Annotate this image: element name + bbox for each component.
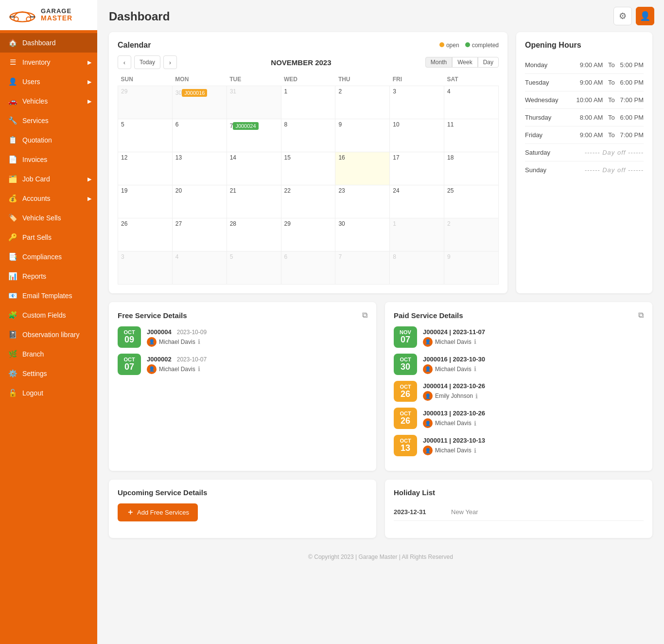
cal-cell-w2d2[interactable]: 14 [227, 152, 281, 185]
free-service-ext-link[interactable]: ⧉ [362, 311, 367, 320]
sidebar-item-part-sells[interactable]: 🔑 Part Sells [0, 228, 97, 247]
cal-cell-w0d4[interactable]: 2 [335, 86, 390, 119]
cal-cell-w2d6[interactable]: 18 [444, 152, 499, 185]
cal-prev-btn[interactable]: ‹ [118, 55, 131, 69]
cal-cell-w2d0[interactable]: 12 [118, 152, 173, 185]
sidebar-item-services[interactable]: 🔧 Services [0, 111, 97, 130]
cal-event-J000024[interactable]: J000024 [233, 122, 258, 130]
cal-cell-w4d0[interactable]: 26 [118, 218, 173, 251]
sidebar-item-accounts[interactable]: 💰 Accounts ▶ [0, 189, 97, 208]
cal-cell-w1d5[interactable]: 10 [390, 119, 444, 152]
cal-cell-w3d1[interactable]: 20 [172, 185, 227, 218]
cal-cell-w1d1[interactable]: 6 [172, 119, 227, 152]
sidebar-item-users[interactable]: 👤 Users ▶ [0, 72, 97, 91]
cal-day-num: 23 [338, 187, 345, 194]
cal-week-view-btn[interactable]: Week [452, 57, 477, 68]
cal-cell-w3d2[interactable]: 21 [227, 185, 281, 218]
oh-day: Saturday [525, 149, 561, 156]
cal-next-btn[interactable]: › [163, 55, 177, 69]
sidebar-item-inventory[interactable]: ☰ Inventory ▶ [0, 53, 97, 72]
nav-icon-branch: 🌿 [8, 350, 17, 358]
nav-label-users: Users [22, 78, 40, 86]
cal-day-num: 1 [284, 88, 288, 95]
cal-cell-w4d1[interactable]: 27 [172, 218, 227, 251]
cal-cell-w4d2[interactable]: 28 [227, 218, 281, 251]
cal-cell-w5d0[interactable]: 3 [118, 251, 173, 285]
cal-month-view-btn[interactable]: Month [425, 57, 452, 68]
service-id-date: J000002 2023-10-07 [147, 355, 367, 363]
cal-cell-w1d2[interactable]: 7J000024 [227, 119, 281, 152]
cal-cell-w4d3[interactable]: 29 [281, 218, 335, 251]
cal-cell-w0d3[interactable]: 1 [281, 86, 335, 119]
cal-cell-w4d6[interactable]: 2 [444, 218, 499, 251]
sidebar-item-custom-fields[interactable]: 🧩 Custom Fields [0, 305, 97, 325]
sidebar-item-vehicle-sells[interactable]: 🏷️ Vehicle Sells [0, 208, 97, 228]
cal-cell-w0d6[interactable]: 4 [444, 86, 499, 119]
nav-icon-part-sells: 🔑 [8, 233, 17, 242]
service-item-J000004[interactable]: Oct 09 J000004 2023-10-09 👤 Michael Davi… [118, 326, 367, 348]
nav-icon-logout: 🔓 [8, 389, 17, 397]
cal-cell-w0d0[interactable]: 29 [118, 86, 173, 119]
info-icon: ℹ [474, 338, 476, 345]
cal-day-view-btn[interactable]: Day [478, 57, 499, 68]
cal-cell-w3d5[interactable]: 24 [390, 185, 444, 218]
cal-cell-w5d3[interactable]: 6 [281, 251, 335, 285]
cal-event-J000016[interactable]: J000016 [182, 89, 207, 97]
cal-cell-w0d2[interactable]: 31 [227, 86, 281, 119]
cal-today-btn[interactable]: Today [134, 55, 160, 69]
cal-cell-w1d0[interactable]: 5 [118, 119, 173, 152]
nav-label-quotation: Quotation [22, 136, 52, 144]
service-item-J000014[interactable]: Oct 26 J000014 | 2023-10-26 👤 Emily John… [394, 381, 644, 402]
cal-cell-w2d1[interactable]: 13 [172, 152, 227, 185]
cal-cell-w1d6[interactable]: 11 [444, 119, 499, 152]
cal-cell-w2d4[interactable]: 16 [335, 152, 390, 185]
user-name: Michael Davis [435, 420, 472, 427]
cal-cell-w3d0[interactable]: 19 [118, 185, 173, 218]
info-icon: ℹ [475, 393, 478, 400]
cal-cell-w4d4[interactable]: 30 [335, 218, 390, 251]
cal-cell-w3d6[interactable]: 25 [444, 185, 499, 218]
settings-icon-btn[interactable]: ⚙ [613, 7, 632, 25]
cal-cell-w5d6[interactable]: 9 [444, 251, 499, 285]
service-item-J000016[interactable]: Oct 30 J000016 | 2023-10-30 👤 Michael Da… [394, 354, 644, 375]
service-item-J000002[interactable]: Oct 07 J000002 2023-10-07 👤 Michael Davi… [118, 354, 367, 375]
service-item-J000013[interactable]: Oct 26 J000013 | 2023-10-26 👤 Michael Da… [394, 408, 644, 429]
cal-cell-w5d4[interactable]: 7 [335, 251, 390, 285]
cal-cell-w3d4[interactable]: 23 [335, 185, 390, 218]
nav-icon-invoices: 📄 [8, 155, 17, 164]
cal-cell-w2d5[interactable]: 17 [390, 152, 444, 185]
sidebar-item-branch[interactable]: 🌿 Branch [0, 344, 97, 364]
cal-cell-w3d3[interactable]: 22 [281, 185, 335, 218]
sidebar-item-quotation[interactable]: 📋 Quotation [0, 130, 97, 150]
sidebar-item-dashboard[interactable]: 🏠 Dashboard [0, 33, 97, 53]
service-id-date: J000004 2023-10-09 [147, 327, 367, 336]
user-icon-btn[interactable]: 👤 [636, 7, 654, 25]
sidebar-item-email-templates[interactable]: 📧 Email Templates [0, 286, 97, 305]
upcoming-title: Upcoming Service Details [118, 488, 367, 497]
opening-hours-title: Opening Hours [525, 41, 644, 50]
cal-cell-w0d5[interactable]: 3 [390, 86, 444, 119]
cal-cell-w4d5[interactable]: 1 [390, 218, 444, 251]
cal-cell-w5d1[interactable]: 4 [172, 251, 227, 285]
cal-cell-w0d1[interactable]: 30J000016 [172, 86, 227, 119]
cal-cell-w1d3[interactable]: 8 [281, 119, 335, 152]
sidebar-item-job-card[interactable]: 🗂️ Job Card ▶ [0, 169, 97, 189]
sidebar-item-observation-library[interactable]: 📓 Observation library [0, 325, 97, 344]
service-item-J000024[interactable]: Nov 07 J000024 | 2023-11-07 👤 Michael Da… [394, 326, 644, 348]
sidebar-item-reports[interactable]: 📊 Reports [0, 267, 97, 286]
cal-cell-w5d2[interactable]: 5 [227, 251, 281, 285]
cal-cell-w5d5[interactable]: 8 [390, 251, 444, 285]
sidebar-item-logout[interactable]: 🔓 Logout [0, 383, 97, 403]
free-service-items: Oct 09 J000004 2023-10-09 👤 Michael Davi… [118, 326, 367, 375]
sidebar-item-settings[interactable]: ⚙️ Settings [0, 364, 97, 383]
paid-service-ext-link[interactable]: ⧉ [638, 311, 644, 320]
user-name: Michael Davis [159, 366, 195, 373]
cal-cell-w1d4[interactable]: 9 [335, 119, 390, 152]
cal-day-num: 29 [284, 220, 291, 227]
cal-cell-w2d3[interactable]: 15 [281, 152, 335, 185]
service-item-J000011[interactable]: Oct 13 J000011 | 2023-10-13 👤 Michael Da… [394, 435, 644, 456]
sidebar-item-compliances[interactable]: 📑 Compliances [0, 247, 97, 267]
sidebar-item-vehicles[interactable]: 🚗 Vehicles ▶ [0, 91, 97, 111]
sidebar-item-invoices[interactable]: 📄 Invoices [0, 150, 97, 169]
add-service-btn[interactable]: ＋ Add Free Services [118, 503, 198, 521]
